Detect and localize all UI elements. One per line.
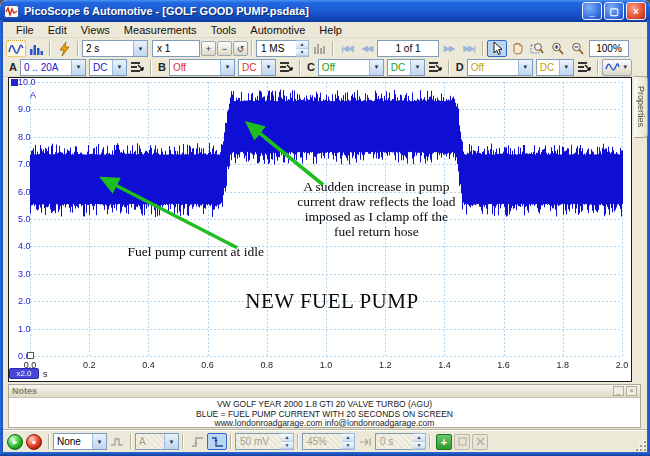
notes-minimize-button[interactable]: _ (613, 386, 624, 396)
scope-plot-area: 0.01.02.03.04.05.06.07.08.09.010.0 0.00.… (9, 78, 631, 381)
zoom-percent-field[interactable]: 100% (589, 40, 629, 57)
channel-a-coupling-select[interactable]: DC ▼ (89, 59, 127, 76)
chevron-down-icon: ▼ (410, 60, 424, 75)
toolbar-separator (48, 434, 50, 449)
maximize-button[interactable]: ▢ (604, 2, 624, 20)
edit-icon (458, 437, 467, 446)
channel-c-label: C (304, 61, 318, 73)
spinner-arrows: ▲ ▼ (342, 433, 355, 450)
channel-c-coupling-select[interactable]: DC ▼ (387, 59, 425, 76)
timebase-select[interactable]: 2 s ▼ (82, 40, 148, 57)
channel-d-options-button[interactable] (574, 59, 594, 76)
chevron-down-icon: ▼ (622, 64, 628, 70)
channel-b-options-button[interactable] (276, 59, 296, 76)
menu-automotive[interactable]: Automotive (243, 23, 312, 37)
channel-b-coupling-select[interactable]: DC ▼ (238, 59, 276, 76)
sample-count-spinner[interactable]: 1 MS ▲ ▼ (256, 40, 309, 57)
channel-a-label: A (6, 61, 20, 73)
menu-measurements[interactable]: Measurements (117, 23, 204, 37)
add-measurement-button[interactable]: + (436, 434, 452, 450)
notes-close-button[interactable]: × (626, 386, 637, 396)
spinner-arrows: ▲ ▼ (281, 433, 294, 450)
menu-views[interactable]: Views (74, 23, 117, 37)
menu-tools[interactable]: Tools (204, 23, 244, 37)
zoom-undo-button[interactable]: ↺ (233, 41, 248, 56)
spin-down-icon[interactable]: ▼ (296, 49, 308, 57)
zoom-in-icon (551, 42, 564, 55)
pretrigger-value: 0 s (375, 433, 413, 450)
scope-view-icon (8, 43, 24, 55)
hand-icon (511, 42, 524, 55)
edit-measurement-button (454, 434, 470, 450)
close-button[interactable]: × (626, 2, 646, 20)
spin-down-icon: ▼ (281, 442, 293, 450)
channel-options-icon (279, 61, 293, 73)
spectrum-view-button[interactable] (26, 40, 46, 57)
toolbar-separator (182, 434, 184, 449)
resize-grip[interactable] (634, 439, 646, 451)
zoom-selection-tool-button[interactable] (527, 40, 547, 57)
channel-options-icon (428, 61, 442, 73)
zoom-factor-field[interactable]: x 1 (152, 40, 200, 57)
trigger-threshold-value: 50 mV (235, 433, 281, 450)
spin-up-icon: ▲ (281, 434, 293, 442)
channel-a-range-value: 0 .. 20A (21, 60, 71, 75)
trigger-mode-select[interactable]: None ▼ (53, 433, 107, 450)
app-icon (4, 4, 19, 19)
channel-c-options-button[interactable] (425, 59, 445, 76)
stop-capture-button[interactable]: ■ (26, 434, 42, 450)
spectrum-view-icon (29, 43, 43, 55)
zoom-factor-increase-button[interactable]: + (201, 41, 216, 56)
spin-up-icon: ▲ (413, 434, 425, 442)
probes-menu-button[interactable]: ▼ (602, 59, 632, 76)
minimize-button[interactable]: _ (582, 2, 602, 20)
properties-tab[interactable]: Properties (634, 76, 648, 138)
chevron-down-icon: ▼ (92, 434, 106, 449)
normal-selection-tool-button[interactable] (487, 40, 507, 57)
channel-d-label: D (453, 61, 467, 73)
play-icon: ▶ (13, 438, 18, 445)
trigger-source-value: A (136, 434, 164, 449)
menu-file[interactable]: File (9, 23, 41, 37)
notes-panel: Notes _ × VW GOLF YEAR 2000 1.8 GTI 20 V… (8, 384, 641, 428)
green-arrow (104, 179, 237, 248)
notes-content[interactable]: VW GOLF YEAR 2000 1.8 GTI 20 VALVE TURBO… (9, 398, 640, 427)
zoom-out-tool-button[interactable] (567, 40, 587, 57)
trigger-hysteresis-spinner: 45% ▲ ▼ (302, 433, 355, 450)
spinner-arrows: ▲ ▼ (413, 433, 426, 450)
zoom-in-tool-button[interactable] (547, 40, 567, 57)
channel-b-label: B (155, 61, 169, 73)
channel-d-coupling-select[interactable]: DC ▼ (536, 59, 574, 76)
channel-b-range-select[interactable]: Off ▼ (169, 59, 235, 76)
rising-edge-icon (191, 436, 204, 448)
window-title: PicoScope 6 Automotive - [GOLF GOOD PUMP… (24, 5, 580, 17)
channel-a-options-button[interactable] (127, 59, 147, 76)
sample-count-value: 1 MS (256, 40, 296, 57)
window-border-bottom (0, 452, 650, 456)
channel-b-range-value: Off (170, 60, 220, 75)
channel-d-range-select[interactable]: Off ▼ (467, 59, 533, 76)
channel-options-icon (130, 61, 144, 73)
picoscope-window: PicoScope 6 Automotive - [GOLF GOOD PUMP… (0, 0, 650, 456)
toolbar-separator (297, 434, 299, 449)
channel-d-coupling-value: DC (537, 60, 559, 75)
menu-help[interactable]: Help (312, 23, 349, 37)
chevron-down-icon: ▼ (112, 60, 126, 75)
falling-edge-icon (211, 436, 224, 448)
scope-view-button[interactable] (6, 40, 26, 57)
menu-edit[interactable]: Edit (41, 23, 74, 37)
hand-tool-button[interactable] (507, 40, 527, 57)
toolbar-separator (130, 434, 132, 449)
auto-setup-button[interactable] (54, 40, 74, 57)
zoom-factor-decrease-button[interactable]: − (217, 41, 232, 56)
notes-line: www.londonroadgarage.com info@londonroad… (9, 419, 640, 429)
channel-c-range-select[interactable]: Off ▼ (318, 59, 384, 76)
spinner-arrows[interactable]: ▲ ▼ (296, 40, 309, 57)
start-capture-button[interactable]: ▶ (7, 434, 23, 450)
buffer-position-field[interactable]: 1 of 1 (377, 40, 439, 57)
toolbar-separator (482, 41, 484, 56)
spin-up-icon[interactable]: ▲ (296, 41, 308, 49)
trigger-hysteresis-value: 45% (302, 433, 342, 450)
stop-icon: ■ (32, 439, 36, 445)
channel-a-range-select[interactable]: 0 .. 20A ▼ (20, 59, 86, 76)
